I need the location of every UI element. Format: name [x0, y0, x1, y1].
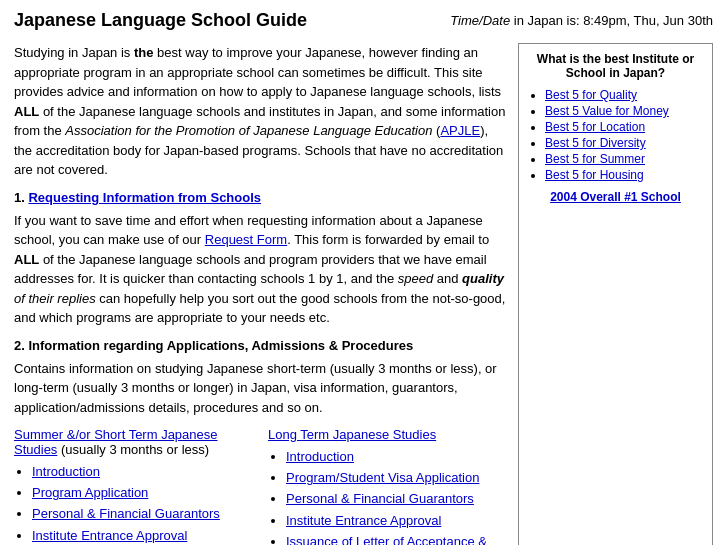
box-title: What is the best Institute or School in …: [529, 52, 702, 80]
long-visa-link[interactable]: Program/Student Visa Application: [286, 470, 479, 485]
short-intro-link[interactable]: Introduction: [32, 464, 100, 479]
long-term-col: Long Term Japanese Studies Introduction …: [268, 427, 506, 545]
list-item: Issuance of Letter of Acceptance & Certi…: [286, 533, 506, 545]
list-item: Institute Entrance Approval: [32, 527, 252, 545]
list-item: Program/Student Visa Application: [286, 469, 506, 487]
datetime-display: Time/Date in Japan is: 8:49pm, Thu, Jun …: [450, 13, 713, 28]
request-form-link[interactable]: Request Form: [205, 232, 287, 247]
list-item: Best 5 for Quality: [545, 88, 702, 102]
long-issuance-link[interactable]: Issuance of Letter of Acceptance & Certi…: [286, 534, 487, 545]
list-item: Personal & Financial Guarantors: [286, 490, 506, 508]
list-item: Best 5 Value for Money: [545, 104, 702, 118]
best-location-link[interactable]: Best 5 for Location: [545, 120, 645, 134]
page-header: Japanese Language School Guide Time/Date…: [14, 10, 713, 31]
overall-school-link[interactable]: 2004 Overall #1 School: [529, 190, 702, 204]
main-content: Studying in Japan is the best way to imp…: [14, 43, 713, 545]
apjle-link[interactable]: APJLE: [440, 123, 480, 138]
list-item: Program Application: [32, 484, 252, 502]
datetime-value: in Japan is: 8:49pm, Thu, Jun 30th: [510, 13, 713, 28]
section2-para: Contains information on studying Japanes…: [14, 359, 506, 418]
best-value-link[interactable]: Best 5 Value for Money: [545, 104, 669, 118]
long-intro-link[interactable]: Introduction: [286, 449, 354, 464]
best-schools-box: What is the best Institute or School in …: [518, 43, 713, 545]
requesting-info-link[interactable]: Requesting Information from Schools: [28, 190, 261, 205]
section2-heading: 2. Information regarding Applications, A…: [14, 338, 506, 353]
section1-number: 1.: [14, 190, 28, 205]
long-term-list: Introduction Program/Student Visa Applic…: [268, 448, 506, 545]
short-term-list: Introduction Program Application Persona…: [14, 463, 252, 545]
short-entrance-link[interactable]: Institute Entrance Approval: [32, 528, 187, 543]
list-item: Best 5 for Summer: [545, 152, 702, 166]
best-quality-link[interactable]: Best 5 for Quality: [545, 88, 637, 102]
best-schools-list: Best 5 for Quality Best 5 Value for Mone…: [529, 88, 702, 182]
left-column: Studying in Japan is the best way to imp…: [14, 43, 506, 545]
two-column-section: Summer &/or Short Term Japanese Studies …: [14, 427, 506, 545]
list-item: Best 5 for Housing: [545, 168, 702, 182]
list-item: Introduction: [286, 448, 506, 466]
long-entrance-link[interactable]: Institute Entrance Approval: [286, 513, 441, 528]
datetime-label: Time/Date: [450, 13, 510, 28]
list-item: Best 5 for Location: [545, 120, 702, 134]
best-housing-link[interactable]: Best 5 for Housing: [545, 168, 644, 182]
intro-paragraph: Studying in Japan is the best way to imp…: [14, 43, 506, 180]
list-item: Institute Entrance Approval: [286, 512, 506, 530]
page-title: Japanese Language School Guide: [14, 10, 307, 31]
short-guarantors-link[interactable]: Personal & Financial Guarantors: [32, 506, 220, 521]
long-guarantors-link[interactable]: Personal & Financial Guarantors: [286, 491, 474, 506]
short-term-col: Summer &/or Short Term Japanese Studies …: [14, 427, 252, 545]
list-item: Personal & Financial Guarantors: [32, 505, 252, 523]
best-summer-link[interactable]: Best 5 for Summer: [545, 152, 645, 166]
section2-number: 2.: [14, 338, 28, 353]
program-application-link[interactable]: Program Application: [32, 485, 148, 500]
section1-para: If you want to save time and effort when…: [14, 211, 506, 328]
list-item: Best 5 for Diversity: [545, 136, 702, 150]
best-diversity-link[interactable]: Best 5 for Diversity: [545, 136, 646, 150]
list-item: Introduction: [32, 463, 252, 481]
section1-heading: 1. Requesting Information from Schools: [14, 190, 506, 205]
long-term-heading-link[interactable]: Long Term Japanese Studies: [268, 427, 436, 442]
